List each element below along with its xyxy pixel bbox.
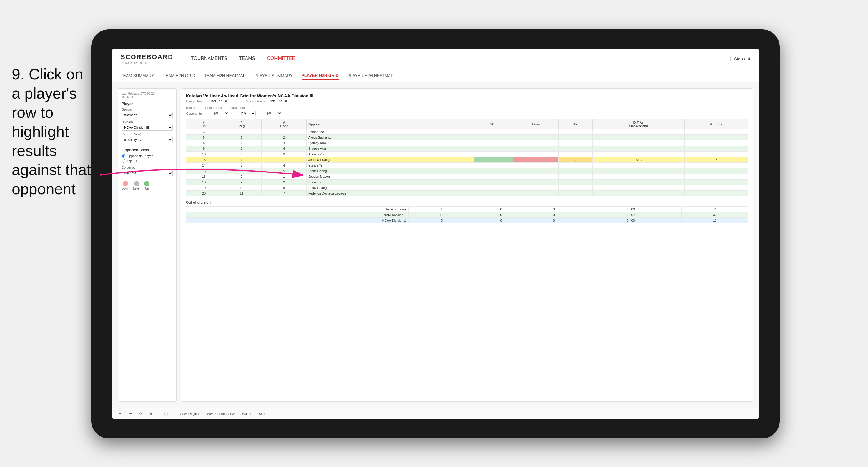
col-reg: #Reg	[222, 120, 261, 129]
player-rank-select[interactable]: 8. Katelyn Vo	[122, 136, 173, 143]
sidebar: Last Updated: 27/03/2024 16:55:38 Player…	[118, 88, 177, 402]
radio-top100[interactable]: Top 100	[122, 159, 173, 163]
bottom-toolbar: ↩ ↪ ⟳ ⊞ | 🕐 | View: Original Save Custom…	[112, 408, 759, 419]
out-of-div-table: Foreign Team1004.5002NAIA Division 11500…	[186, 206, 748, 223]
out-of-div-row[interactable]: Foreign Team1004.5002	[186, 207, 748, 212]
table-row[interactable]: 1691Jessica Mason	[186, 174, 748, 180]
clock-btn[interactable]: 🕐	[161, 411, 170, 416]
sub-nav-player-summary[interactable]: PLAYER SUMMARY	[254, 72, 292, 80]
color-level: Level	[133, 181, 141, 190]
grid-records: Overall Record: 353 - 34 - 6 Division Re…	[186, 99, 748, 103]
table-row[interactable]: 131Jessica Huang010-3.002	[186, 157, 748, 163]
redo-btn[interactable]: ↪	[127, 411, 134, 416]
gender-label: Gender	[122, 108, 173, 111]
col-rounds: Rounds	[684, 120, 748, 129]
col-conf: #Conf	[261, 120, 307, 129]
player-rank-label: Player (Rank)	[122, 132, 173, 136]
top-nav-items: TOURNAMENTS TEAMS COMMITTEE	[191, 55, 730, 63]
tablet-screen: SCOREBOARD Powered by clippd TOURNAMENTS…	[112, 49, 759, 419]
tablet-frame: SCOREBOARD Powered by clippd TOURNAMENTS…	[91, 29, 780, 438]
col-loss: Loss	[513, 120, 559, 129]
nav-tournaments[interactable]: TOURNAMENTS	[191, 55, 227, 63]
sub-nav-player-h2h-heatmap[interactable]: PLAYER H2H HEATMAP	[347, 72, 394, 80]
view-original-btn[interactable]: View: Original	[177, 411, 202, 416]
colour-by-label: Colour by	[122, 166, 173, 169]
logo: SCOREBOARD Powered by clippd	[121, 53, 173, 64]
table-row[interactable]: 1822Euna Lee	[186, 180, 748, 185]
conference-filter: Conference	[205, 106, 222, 110]
conference-select[interactable]: (All)	[238, 111, 256, 116]
sub-nav-team-summary[interactable]: TEAM SUMMARY	[121, 72, 154, 80]
nav-teams[interactable]: TEAMS	[239, 55, 255, 63]
col-opponent: Opponent	[306, 120, 474, 129]
sub-nav: TEAM SUMMARY TEAM H2H GRID TEAM H2H HEAT…	[112, 69, 759, 83]
color-dot-up	[144, 181, 150, 186]
region-filter: Region	[186, 106, 196, 110]
toolbar-divider: |	[158, 412, 159, 416]
table-row[interactable]: 613Sydney Kuo	[186, 141, 748, 146]
grid-area: Katelyn Vo Head-to-Head Grid for Women's…	[181, 88, 753, 402]
out-of-division-header: Out of division	[186, 200, 748, 205]
data-table: #Div #Reg #Conf Opponent Win Loss Tie Di…	[186, 119, 748, 196]
color-down: Down	[122, 181, 129, 190]
overall-record: Overall Record: 353 - 34 - 6	[186, 99, 227, 103]
forward-btn[interactable]: ⟳	[137, 411, 145, 416]
division-label: Division	[122, 120, 173, 124]
table-row[interactable]: 1063Andrea York	[186, 152, 748, 157]
sign-out-divider: |	[730, 56, 731, 62]
col-win: Win	[474, 120, 513, 129]
table-row[interactable]: 20117Federica Domecq Lacroze	[186, 191, 748, 196]
sub-nav-team-h2h-grid[interactable]: TEAM H2H GRID	[163, 72, 195, 80]
annotation-text: Click on a player's row to highlight res…	[12, 66, 91, 197]
sub-nav-player-h2h-grid[interactable]: PLAYER H2H GRID	[302, 71, 339, 80]
table-row[interactable]: 19106Emily Chang	[186, 185, 748, 191]
color-label-down: Down	[122, 187, 129, 190]
opponent-select[interactable]: (All)	[265, 111, 282, 116]
out-of-div-row[interactable]: NAIA Division 115009.26730	[186, 212, 748, 218]
opponent-view-label: Opponent view	[122, 148, 173, 152]
color-dot-down	[123, 181, 128, 186]
table-wrapper: #Div #Reg #Conf Opponent Win Loss Tie Di…	[186, 119, 748, 196]
logo-title: SCOREBOARD	[121, 53, 173, 61]
nav-committee[interactable]: COMMITTEE	[267, 55, 295, 63]
filter-row: Region Conference Opponent	[186, 106, 748, 110]
opponent-filter: Opponent	[231, 106, 245, 110]
copy-btn[interactable]: ⊞	[147, 411, 155, 416]
last-updated: Last Updated: 27/03/2024 16:55:38	[122, 92, 173, 99]
opponents-filter-row: Opponents: (All) (All) (All)	[186, 111, 748, 116]
player-section-title: Player	[122, 101, 173, 106]
watch-btn[interactable]: Watch	[240, 411, 254, 416]
out-of-div-row[interactable]: NCAA Division 25007.40010	[186, 218, 748, 223]
table-row[interactable]: 1585Stella Cheng	[186, 168, 748, 174]
table-row[interactable]: 522Alexis Sudjianto	[186, 135, 748, 141]
division-select[interactable]: NCAA Division III	[122, 124, 173, 131]
grid-title: Katelyn Vo Head-to-Head Grid for Women's…	[186, 93, 748, 98]
region-select[interactable]: (All)	[212, 111, 229, 116]
colour-by-select[interactable]: Win/loss	[122, 170, 173, 176]
color-dot-level	[134, 181, 140, 186]
gender-select[interactable]: Women's	[122, 112, 173, 118]
save-custom-btn[interactable]: Save Custom View	[205, 411, 237, 416]
table-row[interactable]: 914Sharon Mun	[186, 146, 748, 152]
sub-nav-team-h2h-heatmap[interactable]: TEAM H2H HEATMAP	[204, 72, 246, 80]
division-record: Division Record: 331 - 34 - 6	[245, 99, 287, 103]
col-div: #Div	[186, 120, 222, 129]
undo-btn[interactable]: ↩	[117, 411, 124, 416]
color-label-level: Level	[133, 187, 141, 190]
table-row[interactable]: 1474Eunice Yi	[186, 163, 748, 168]
col-tie: Tie	[559, 120, 593, 129]
color-label-up: Up	[145, 187, 149, 190]
top-nav: SCOREBOARD Powered by clippd TOURNAMENTS…	[112, 49, 759, 69]
annotation: 9. Click on a player's row to highlight …	[12, 65, 94, 199]
main-content: Last Updated: 27/03/2024 16:55:38 Player…	[112, 83, 759, 408]
annotation-step: 9.	[12, 66, 24, 83]
radio-opponents-played[interactable]: Opponents Played	[122, 154, 173, 158]
toolbar-divider2: |	[173, 412, 174, 416]
color-up: Up	[144, 181, 150, 190]
table-row[interactable]: 31Esther Lee	[186, 129, 748, 135]
col-diff: Diff AvStrokes/Rnd	[593, 120, 684, 129]
share-btn[interactable]: Share	[256, 411, 270, 416]
logo-sub: Powered by clippd	[121, 61, 173, 64]
sign-out-button[interactable]: Sign out	[734, 56, 750, 61]
radio-group: Opponents Played Top 100	[122, 154, 173, 163]
